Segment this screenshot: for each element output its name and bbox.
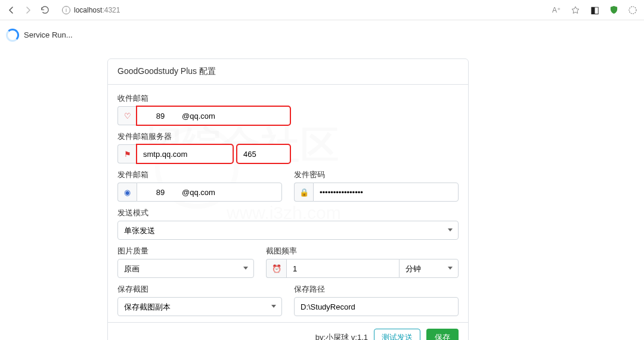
quality-label: 图片质量 [117, 246, 254, 256]
field-smtp-server: 发件邮箱服务器 ⚑ [117, 131, 459, 163]
config-card: GoodGoodstudy Plus 配置 收件邮箱 ♡ 发件邮箱服务器 ⚑ [107, 58, 469, 340]
frequency-unit-select[interactable]: 分钟 [399, 259, 459, 278]
frequency-label: 截图频率 [266, 246, 459, 256]
save-path-input[interactable] [294, 297, 459, 316]
save-shot-label: 保存截图 [117, 284, 282, 295]
url-host: localhost [74, 6, 102, 14]
smtp-label: 发件邮箱服务器 [117, 131, 459, 142]
field-password: 发件密码 🔒 [294, 169, 459, 202]
flag-icon: ⚑ [117, 144, 137, 163]
field-send-email: 发件邮箱 ◉ [117, 169, 282, 202]
service-status: Service Run... [24, 29, 73, 39]
receive-email-input[interactable] [137, 106, 290, 125]
site-info-icon[interactable]: i [62, 6, 70, 14]
smtp-host-input[interactable] [137, 144, 233, 163]
lock-icon: 🔒 [294, 183, 313, 202]
card-footer: by:小屎球 v:1.1 测试发送 保存 [108, 322, 468, 340]
address-bar[interactable]: i localhost:4321 [56, 2, 545, 18]
author-text: by:小屎球 v:1.1 [315, 332, 368, 340]
browser-toolbar: i localhost:4321 A⁺ ◧ [0, 0, 644, 20]
card-title: GoodGoodstudy Plus 配置 [108, 59, 468, 85]
save-button[interactable]: 保存 [426, 329, 459, 340]
favorite-icon[interactable] [570, 5, 581, 16]
save-shot-select[interactable]: 保存截图副本 [117, 297, 282, 316]
field-save-shot: 保存截图 保存截图副本 [117, 284, 282, 316]
back-button[interactable] [6, 5, 17, 16]
test-send-button[interactable]: 测试发送 [374, 329, 420, 340]
field-save-path: 保存路径 [294, 284, 459, 316]
refresh-button[interactable] [39, 5, 50, 16]
text-zoom-icon[interactable]: A⁺ [551, 5, 562, 16]
send-mode-select[interactable]: 单张发送 [117, 221, 459, 240]
send-email-label: 发件邮箱 [117, 169, 282, 180]
password-input[interactable] [313, 183, 459, 202]
receive-email-label: 收件邮箱 [117, 93, 459, 104]
field-frequency: 截图频率 ⏰ 分钟 [266, 246, 459, 278]
loading-spinner-icon [6, 29, 19, 42]
svg-point-0 [629, 7, 636, 14]
camera-icon: ◉ [117, 183, 137, 202]
clock-icon: ⏰ [266, 259, 286, 278]
left-panel: Service Run... [0, 20, 95, 50]
field-quality: 图片质量 原画 [117, 246, 254, 278]
extension-icon[interactable]: ◧ [589, 5, 600, 16]
heart-icon: ♡ [117, 106, 137, 125]
settings-icon[interactable] [627, 5, 638, 16]
field-receive-email: 收件邮箱 ♡ [117, 93, 459, 125]
send-email-input[interactable] [137, 183, 282, 202]
quality-select[interactable]: 原画 [117, 259, 254, 278]
password-label: 发件密码 [294, 169, 459, 180]
forward-button[interactable] [23, 5, 33, 16]
field-send-mode: 发送模式 单张发送 [117, 208, 459, 240]
send-mode-label: 发送模式 [117, 208, 459, 218]
toolbar-right: A⁺ ◧ [551, 5, 638, 16]
smtp-port-input[interactable] [237, 144, 290, 163]
save-path-label: 保存路径 [294, 284, 459, 295]
frequency-input[interactable] [286, 259, 399, 278]
shield-icon[interactable] [608, 5, 619, 16]
url-port: :4321 [102, 6, 120, 14]
